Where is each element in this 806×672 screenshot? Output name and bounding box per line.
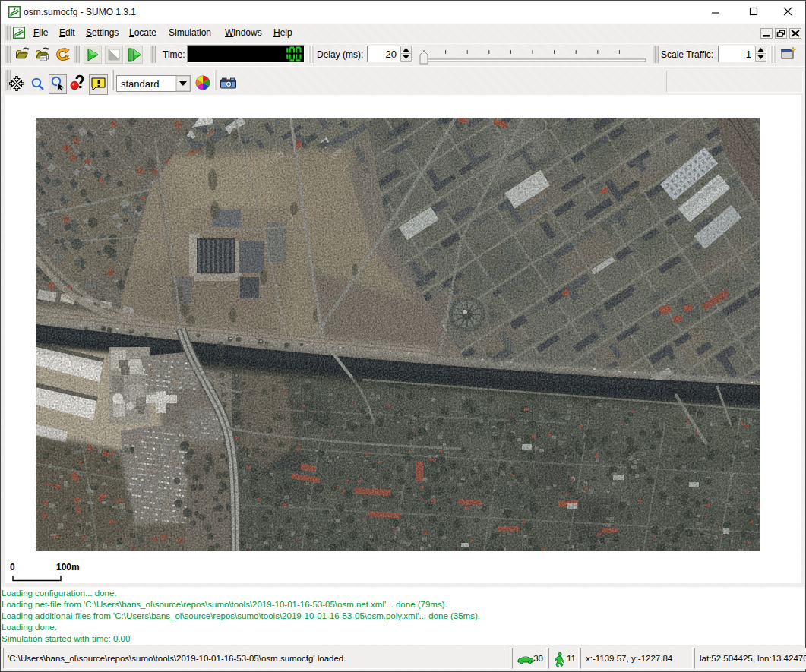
- svg-text:standard: standard: [121, 78, 160, 90]
